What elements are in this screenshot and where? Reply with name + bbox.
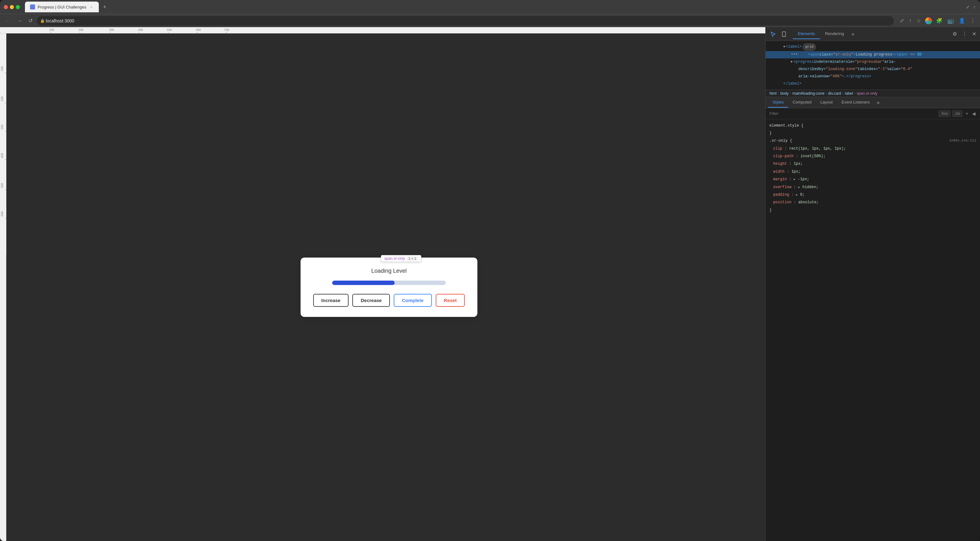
progress-wrapper (332, 281, 446, 285)
devtools-right-controls: ⚙ ⋮ ✕ (951, 30, 977, 38)
breadcrumb-label[interactable]: label (845, 91, 853, 95)
svg-text:600: 600 (196, 29, 201, 32)
url-input[interactable]: localhost:3000 (37, 16, 894, 25)
svg-text:400: 400 (1, 153, 4, 158)
toolbar-icons: ⤢ ↑ ☆ 🧩 📺 👤 ⋮ (899, 17, 976, 25)
css-source-index: index.css:111 (949, 138, 976, 143)
maximize-button[interactable] (16, 5, 20, 9)
dom-attr-role: role= (843, 59, 855, 65)
tab-rendering[interactable]: Rendering (820, 29, 849, 39)
puzzle-extension-icon[interactable]: 🧩 (935, 17, 943, 25)
svg-text:500: 500 (167, 29, 172, 32)
dom-attr-tabindex: tabindex= (858, 66, 878, 72)
minimize-button[interactable] (10, 5, 14, 9)
filter-add-button[interactable]: + (964, 110, 970, 117)
menu-icon[interactable]: ⋮ (969, 17, 976, 25)
filter-input[interactable] (769, 111, 936, 116)
css-rule-close-brace: } (769, 208, 772, 212)
padding-expand-icon[interactable]: ▶ (796, 193, 798, 197)
styles-tab-styles[interactable]: Styles (768, 97, 788, 108)
back-button[interactable]: ← (4, 17, 13, 25)
dom-progress-attrs-line[interactable]: describedby= "loading-zone" tabindex= "-… (766, 66, 980, 73)
devtools-settings-button[interactable]: ⚙ (951, 30, 958, 38)
styles-more-tabs-button[interactable]: » (874, 97, 882, 108)
collapse-triangle-icon: ▼ (783, 45, 785, 49)
extension-icon[interactable] (925, 18, 932, 24)
reload-button[interactable]: ↺ (27, 16, 34, 25)
reset-button[interactable]: Reset (436, 294, 465, 307)
svg-rect-29 (782, 32, 786, 36)
inspector-tool-button[interactable] (768, 29, 778, 39)
dom-progress-valuenow-line[interactable]: aria-valuenow= "40%" >…</progress> (766, 73, 980, 80)
active-tab[interactable]: Progress | GUI Challenges × (25, 2, 99, 12)
svg-text:300: 300 (1, 125, 4, 130)
breadcrumb-main[interactable]: main#loading-zone (792, 91, 824, 95)
window-controls: ⤢ ↑ (965, 4, 976, 10)
css-prop-position-value: absolute; (798, 200, 819, 205)
breadcrumb-span-sronly[interactable]: span.sr-only (857, 91, 877, 95)
tooltip-badge: span.sr-only 1 × 1 (381, 255, 421, 262)
window-share-icon[interactable]: ↑ (973, 4, 976, 10)
styles-tab-computed[interactable]: Computed (788, 97, 816, 108)
content-area: 100 200 300 400 500 600 700 (0, 27, 980, 541)
cast-icon[interactable]: 📺 (947, 17, 955, 25)
dom-dots: ••• (791, 52, 798, 58)
devtools-tabs: Elements Rendering » (793, 29, 951, 40)
new-tab-button[interactable]: + (100, 3, 109, 11)
page-inner: Loading Level span.sr-only 1 × 1 (13, 33, 765, 541)
dom-label-close-line[interactable]: </label> (766, 80, 980, 88)
css-prop-overflow: overflow : ▶ hidden; (766, 183, 980, 191)
card-title: Loading Level (371, 268, 407, 274)
filter-hov-button[interactable]: :hov (939, 110, 950, 117)
css-selector-sr-only: .sr-only { (769, 138, 792, 143)
security-lock-icon: 🔒 (40, 19, 45, 23)
tab-close-button[interactable]: × (89, 5, 94, 10)
dom-progress-line[interactable]: ▶ <progress indeterminate role= "progres… (766, 58, 980, 66)
progress-triangle-icon: ▶ (791, 59, 793, 64)
device-emulator-button[interactable] (779, 29, 789, 39)
css-prop-overflow-value: hidden; (802, 185, 818, 189)
share-icon[interactable]: ↑ (908, 17, 912, 25)
dom-progress-inner: >…</progress> (842, 73, 872, 80)
styles-tab-layout[interactable]: Layout (816, 97, 837, 108)
dom-label-line[interactable]: ▼ <label> grid (766, 43, 980, 51)
margin-expand-icon[interactable]: ▶ (794, 178, 795, 181)
tab-elements[interactable]: Elements (793, 29, 820, 39)
dom-tag-label: <label> (786, 44, 802, 50)
breadcrumb-html[interactable]: html (769, 91, 777, 95)
css-prop-clip-value: rect(1px, 1px, 1px, 1px); (789, 146, 846, 151)
css-prop-position-name: position (773, 200, 792, 205)
devtools-more-options-button[interactable]: ⋮ (961, 30, 968, 38)
browser-window: Progress | GUI Challenges × + ⤢ ↑ ← → ↺ … (0, 0, 980, 541)
external-link-icon[interactable]: ⤢ (899, 17, 905, 25)
dom-attr-value-value: "0.4" (901, 66, 912, 72)
css-rule-element-style: element.style { (766, 122, 980, 129)
styles-content: element.style { } .sr-only { index.css:1… (766, 119, 980, 541)
profile-icon[interactable]: 👤 (958, 17, 966, 25)
complete-button[interactable]: Complete (394, 294, 431, 307)
breadcrumb-body[interactable]: body (781, 91, 789, 95)
dom-span-sronly-line[interactable]: ••• <span class= "sr-only" > Loading pro… (766, 51, 980, 58)
svg-text:200: 200 (1, 96, 4, 101)
css-rule-element-style-close: } (766, 129, 980, 137)
increase-button[interactable]: Increase (313, 294, 349, 307)
breadcrumb-divcard[interactable]: div.card (828, 91, 841, 95)
css-prop-height: height : 1px; (766, 160, 980, 168)
devtools-close-button[interactable]: ✕ (971, 30, 977, 38)
css-prop-width-value: 1px; (792, 170, 801, 174)
filter-cls-button[interactable]: .cls (952, 110, 963, 117)
close-button[interactable] (4, 5, 8, 9)
dom-progress-tag: <progress (794, 59, 814, 65)
svg-text:700: 700 (224, 29, 229, 32)
dom-attr-class-value: "sr-only" (833, 52, 854, 58)
filter-sidebar-button[interactable]: ◀ (972, 110, 976, 117)
window-expand-icon[interactable]: ⤢ (965, 4, 970, 10)
decrease-button[interactable]: Decrease (352, 294, 390, 307)
bookmark-icon[interactable]: ☆ (916, 17, 922, 25)
dom-attr-valuenow: aria-valuenow= (799, 73, 830, 80)
dom-attr-describedby-value: "loading-zone" (826, 66, 858, 72)
forward-button[interactable]: → (15, 17, 24, 25)
styles-tab-event-listeners[interactable]: Event Listeners (837, 97, 874, 108)
overflow-expand-icon[interactable]: ▶ (798, 186, 800, 189)
more-tabs-button[interactable]: » (849, 29, 857, 40)
